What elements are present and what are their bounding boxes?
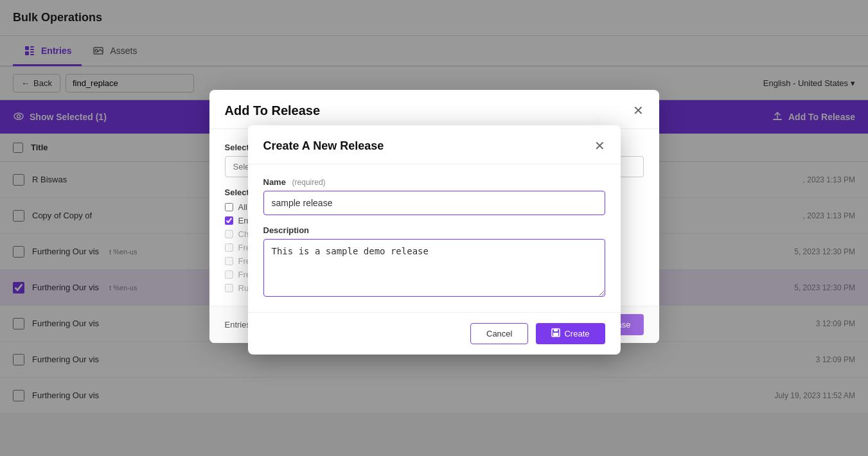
create-modal-header: Create A New Release ✕: [248, 125, 621, 164]
create-modal-body: Name (required) Description This is a sa…: [248, 164, 621, 312]
lang-checkbox-french-lux: [225, 257, 233, 265]
lang-checkbox-english[interactable]: [225, 216, 233, 225]
create-modal-close-button[interactable]: ✕: [594, 138, 605, 153]
modal-close-button[interactable]: ✕: [633, 103, 644, 118]
description-textarea[interactable]: This is a sample demo release: [263, 239, 605, 297]
create-release-modal: Create A New Release ✕ Name (required) D…: [248, 125, 621, 355]
lang-checkbox-chinese: [225, 230, 233, 238]
create-modal-title: Create A New Release: [263, 139, 384, 153]
lang-checkbox-russian: [225, 284, 233, 292]
svg-rect-13: [553, 333, 558, 336]
create-modal-footer: Cancel Create: [248, 312, 621, 355]
lang-checkbox-french-belg: [225, 243, 233, 252]
save-icon: [551, 328, 560, 339]
required-label: (required): [292, 178, 326, 187]
name-field-label: Name (required): [263, 177, 605, 187]
create-button[interactable]: Create: [536, 323, 605, 344]
lang-checkbox-french-moro: [225, 270, 233, 279]
create-cancel-button[interactable]: Cancel: [470, 323, 528, 344]
modal-header: Add To Release ✕: [209, 90, 659, 129]
name-input[interactable]: [263, 191, 605, 215]
svg-rect-12: [554, 329, 558, 331]
description-label: Description: [263, 225, 605, 235]
create-label: Create: [564, 329, 589, 338]
lang-checkbox-all[interactable]: [225, 203, 233, 211]
modal-title: Add To Release: [225, 103, 321, 118]
